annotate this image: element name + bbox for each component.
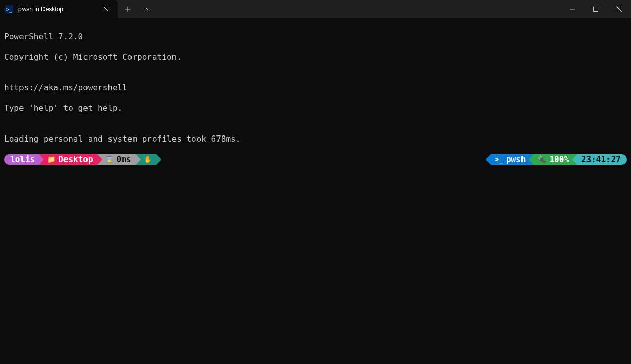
prompt-left: lolis 📁Desktop ⌛0ms ✋ <box>4 154 161 165</box>
close-icon <box>617 7 622 12</box>
prompt-clock-segment: 23:41:27 <box>577 154 627 165</box>
powerline-arrow-icon <box>572 154 577 165</box>
prompt-shell-segment: >_pwsh <box>491 154 534 165</box>
prompt-folder: Desktop <box>58 154 93 165</box>
prompt-shell: pwsh <box>506 154 526 165</box>
plus-icon <box>125 6 131 12</box>
tab-close-button[interactable] <box>101 4 112 14</box>
minimize-icon <box>570 7 575 12</box>
prompt-exectime: 0ms <box>117 154 132 165</box>
prompt-battery-segment: 🔌100% <box>534 154 577 165</box>
prompt-exectime-segment: ⌛0ms <box>97 154 136 165</box>
prompt-clock: 23:41:27 <box>581 154 621 165</box>
prompt-user: lolis <box>10 154 35 165</box>
output-line: Type 'help' to get help. <box>4 103 627 113</box>
plug-icon: 🔌 <box>538 154 546 165</box>
shell-icon: >_ <box>495 154 503 165</box>
powerline-arrow-icon <box>156 154 161 165</box>
window-maximize-button[interactable] <box>584 0 607 18</box>
maximize-icon <box>593 7 598 12</box>
titlebar-drag-area[interactable] <box>159 0 560 18</box>
window-minimize-button[interactable] <box>560 0 584 18</box>
hand-icon: ✋ <box>144 154 152 165</box>
window-close-button[interactable] <box>607 0 631 18</box>
output-line: PowerShell 7.2.0 <box>4 32 627 42</box>
powerline-arrow-icon <box>97 154 102 165</box>
hourglass-icon: ⌛ <box>105 154 114 165</box>
output-line: https://aka.ms/powershell <box>4 83 627 93</box>
titlebar: >_ pwsh in Desktop <box>0 0 631 18</box>
prompt-right: >_pwsh 🔌100% 23:41:27 <box>486 154 627 165</box>
powerline-arrow-icon <box>486 154 491 165</box>
new-tab-button[interactable] <box>118 0 138 18</box>
close-icon <box>104 7 109 12</box>
prompt-battery: 100% <box>549 154 569 165</box>
powerline-arrow-icon <box>529 154 534 165</box>
tab-title: pwsh in Desktop <box>18 6 96 13</box>
chevron-down-icon <box>145 6 151 12</box>
powerline-arrow-icon <box>136 154 141 165</box>
prompt-line: lolis 📁Desktop ⌛0ms ✋ >_pwsh 🔌100% 23:41… <box>4 154 627 165</box>
powerline-arrow-icon <box>39 154 44 165</box>
tab-active[interactable]: >_ pwsh in Desktop <box>0 0 118 18</box>
powershell-icon: >_ <box>5 5 13 13</box>
prompt-user-segment: lolis <box>4 154 39 165</box>
tab-dropdown-button[interactable] <box>138 0 159 18</box>
output-line: Copyright (c) Microsoft Corporation. <box>4 52 627 62</box>
prompt-folder-segment: 📁Desktop <box>39 154 97 165</box>
terminal-output[interactable]: PowerShell 7.2.0 Copyright (c) Microsoft… <box>0 18 631 178</box>
svg-rect-0 <box>594 7 598 12</box>
output-line: Loading personal and system profiles too… <box>4 134 627 144</box>
folder-icon: 📁 <box>47 154 55 165</box>
